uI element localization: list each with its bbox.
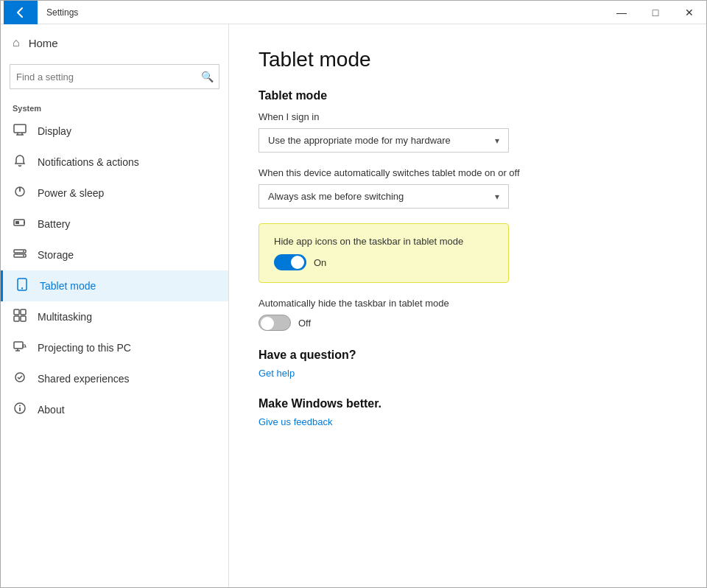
- about-icon: [13, 402, 27, 418]
- sidebar-section-label: System: [1, 98, 228, 116]
- hide-icons-toggle-thumb: [291, 256, 304, 269]
- hide-icons-toggle-row: On: [274, 254, 493, 270]
- storage-label: Storage: [38, 249, 74, 261]
- get-help-link[interactable]: Get help: [258, 368, 295, 379]
- sidebar-item-tablet[interactable]: Tablet mode: [1, 270, 228, 301]
- question-section: Have a question? Get help: [258, 349, 677, 379]
- display-icon: [13, 123, 27, 139]
- svg-rect-15: [21, 309, 26, 315]
- notifications-icon: [13, 154, 27, 170]
- sidebar-item-multitasking[interactable]: Multitasking: [1, 301, 228, 332]
- sign-in-dropdown-value: Use the appropriate mode for my hardware: [268, 135, 451, 146]
- hide-icons-toggle[interactable]: [274, 254, 306, 270]
- sidebar-home-label: Home: [29, 37, 58, 49]
- auto-hide-toggle[interactable]: [258, 315, 291, 331]
- back-icon: [15, 7, 26, 18]
- shared-label: Shared experiences: [38, 373, 130, 385]
- svg-rect-18: [14, 342, 23, 349]
- svg-rect-17: [21, 316, 26, 321]
- sidebar: ⌂ Home 🔍 System Display Notific: [1, 24, 229, 587]
- sign-in-dropdown[interactable]: Use the appropriate mode for my hardware…: [258, 128, 509, 153]
- svg-rect-14: [14, 309, 19, 315]
- settings-window: Settings — □ ✕ ⌂ Home 🔍 System: [0, 0, 707, 588]
- sidebar-item-power[interactable]: Power & sleep: [1, 178, 228, 209]
- make-better-title: Make Windows better.: [258, 397, 677, 410]
- auto-hide-toggle-thumb: [261, 317, 274, 330]
- power-label: Power & sleep: [38, 187, 104, 199]
- main-content: Tablet mode Tablet mode When I sign in U…: [229, 24, 706, 587]
- shared-icon: [13, 371, 27, 387]
- svg-rect-0: [14, 125, 26, 133]
- make-better-section: Make Windows better. Give us feedback: [258, 397, 677, 428]
- battery-label: Battery: [38, 218, 70, 230]
- search-bar: 🔍: [10, 64, 219, 89]
- minimize-button[interactable]: —: [605, 1, 639, 24]
- highlight-box: Hide app icons on the taskbar in tablet …: [258, 223, 509, 283]
- auto-hide-section: Automatically hide the taskbar in tablet…: [258, 298, 677, 331]
- sidebar-item-storage[interactable]: Storage: [1, 239, 228, 270]
- sidebar-item-battery[interactable]: Battery: [1, 209, 228, 239]
- sign-in-dropdown-arrow: ▾: [495, 136, 499, 146]
- page-title: Tablet mode: [258, 48, 677, 71]
- storage-icon: [13, 247, 27, 263]
- notifications-label: Notifications & actions: [38, 156, 139, 168]
- svg-point-10: [23, 251, 24, 252]
- svg-point-11: [23, 255, 24, 256]
- multitasking-icon: [13, 309, 27, 325]
- switch-dropdown[interactable]: Always ask me before switching ▾: [258, 184, 509, 209]
- sidebar-item-shared[interactable]: Shared experiences: [1, 363, 228, 394]
- hide-icons-toggle-label: On: [314, 257, 326, 268]
- display-label: Display: [38, 125, 71, 137]
- close-button[interactable]: ✕: [672, 1, 706, 24]
- back-button[interactable]: [4, 1, 38, 24]
- sidebar-item-home[interactable]: ⌂ Home: [1, 24, 228, 61]
- sidebar-item-notifications[interactable]: Notifications & actions: [1, 147, 228, 178]
- title-bar: Settings — □ ✕: [1, 1, 706, 24]
- projecting-icon: [13, 340, 27, 356]
- search-icon[interactable]: 🔍: [195, 65, 219, 88]
- auto-hide-toggle-row: Off: [258, 315, 677, 331]
- tablet-mode-section-title: Tablet mode: [258, 89, 677, 102]
- switch-dropdown-value: Always ask me before switching: [268, 191, 404, 202]
- svg-rect-7: [15, 221, 19, 224]
- sidebar-item-about[interactable]: About: [1, 394, 228, 425]
- switch-dropdown-arrow: ▾: [495, 192, 499, 202]
- maximize-button[interactable]: □: [639, 1, 672, 24]
- content-area: ⌂ Home 🔍 System Display Notific: [1, 24, 706, 587]
- auto-hide-toggle-label: Off: [298, 318, 311, 329]
- search-input[interactable]: [10, 67, 195, 87]
- svg-point-24: [19, 405, 21, 407]
- window-title: Settings: [43, 7, 78, 18]
- when-sign-in-label: When I sign in: [258, 111, 677, 122]
- battery-icon: [13, 216, 27, 232]
- sidebar-item-display[interactable]: Display: [1, 116, 228, 147]
- tablet-icon: [15, 278, 29, 294]
- svg-rect-16: [14, 316, 19, 321]
- tablet-label: Tablet mode: [40, 280, 96, 292]
- multitasking-label: Multitasking: [38, 311, 92, 323]
- title-bar-left: Settings: [1, 1, 78, 24]
- about-label: About: [38, 404, 65, 416]
- hide-icons-label: Hide app icons on the taskbar in tablet …: [274, 236, 493, 247]
- when-switch-label: When this device automatically switches …: [258, 167, 677, 178]
- question-title: Have a question?: [258, 349, 677, 362]
- auto-hide-label: Automatically hide the taskbar in tablet…: [258, 298, 677, 309]
- sidebar-item-projecting[interactable]: Projecting to this PC: [1, 332, 228, 363]
- projecting-label: Projecting to this PC: [38, 342, 131, 354]
- power-icon: [13, 185, 27, 201]
- title-bar-controls: — □ ✕: [605, 1, 706, 24]
- home-icon: ⌂: [13, 36, 20, 49]
- feedback-link[interactable]: Give us feedback: [258, 416, 332, 427]
